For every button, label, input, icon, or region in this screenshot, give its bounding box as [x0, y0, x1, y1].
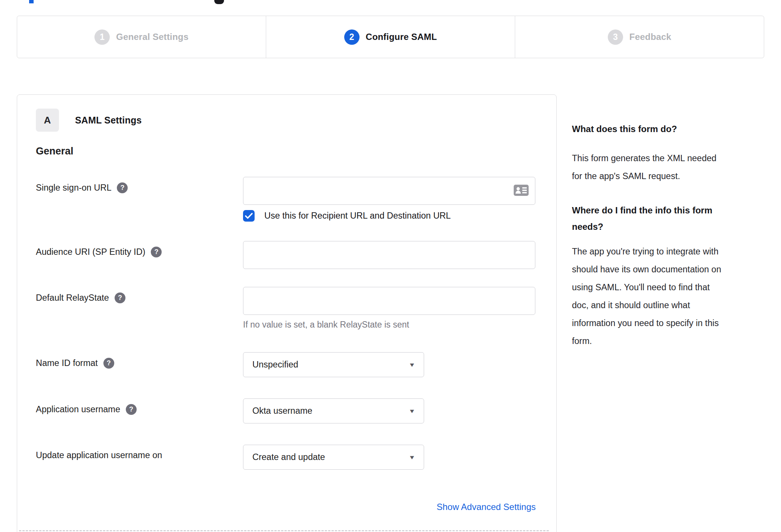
section-a-badge: A — [36, 109, 59, 132]
help-icon[interactable]: ? — [117, 182, 128, 193]
chevron-down-icon: ▼ — [408, 454, 416, 460]
application-username-label-wrap: Application username ? — [36, 398, 243, 415]
application-username-value: Okta username — [252, 406, 312, 416]
help-icon[interactable]: ? — [151, 247, 162, 257]
step-3-circle: 3 — [608, 29, 623, 45]
relay-state-helper-text: If no value is set, a blank RelayState i… — [243, 319, 536, 330]
audience-uri-row: Audience URI (SP Entity ID) ? — [36, 241, 536, 269]
relay-state-row: Default RelayState ? If no value is set,… — [36, 287, 536, 330]
audience-uri-input[interactable] — [243, 241, 535, 269]
name-id-format-select[interactable]: Unspecified ▼ — [243, 352, 424, 377]
section-dashed-divider — [19, 530, 549, 531]
step-3-label: Feedback — [629, 32, 671, 42]
recipient-url-checkbox[interactable] — [243, 210, 255, 222]
name-id-format-label-wrap: Name ID format ? — [36, 352, 243, 369]
wizard-stepper: 1 General Settings 2 Configure SAML 3 Fe… — [17, 16, 764, 58]
step-general-settings[interactable]: 1 General Settings — [17, 16, 266, 58]
application-username-select[interactable]: Okta username ▼ — [243, 398, 424, 423]
advanced-settings-row: Show Advanced Settings — [36, 502, 536, 512]
recipient-url-checkbox-row: Use this for Recipient URL and Destinati… — [243, 210, 536, 222]
sidebar-answer-1: This form generates the XML needed for t… — [572, 149, 759, 185]
help-icon[interactable]: ? — [126, 404, 137, 415]
sso-url-label-wrap: Single sign-on URL ? — [36, 177, 243, 193]
sidebar-question-2: Where do I find the info this form needs… — [572, 202, 759, 235]
help-icon[interactable]: ? — [103, 358, 114, 369]
name-id-format-row: Name ID format ? Unspecified ▼ — [36, 352, 536, 377]
name-id-format-label: Name ID format — [36, 358, 98, 368]
sidebar-question-1: What does this form do? — [572, 123, 759, 135]
chevron-down-icon: ▼ — [408, 362, 416, 368]
help-icon[interactable]: ? — [115, 292, 125, 303]
name-id-format-value: Unspecified — [252, 360, 298, 370]
relay-state-input[interactable] — [243, 287, 535, 315]
general-group-title: General — [36, 145, 536, 157]
section-title: SAML Settings — [75, 115, 142, 126]
chevron-down-icon: ▼ — [408, 408, 416, 414]
audience-uri-label-wrap: Audience URI (SP Entity ID) ? — [36, 241, 243, 257]
update-username-value: Create and update — [252, 452, 325, 462]
step-1-label: General Settings — [116, 32, 189, 42]
header-cutoff-icon-fragment — [214, 0, 224, 4]
update-username-label: Update application username on — [36, 450, 162, 460]
show-advanced-settings-link[interactable]: Show Advanced Settings — [436, 502, 536, 512]
saml-settings-card: A SAML Settings General Single sign-on U… — [17, 94, 557, 532]
saml-settings-header: A SAML Settings — [36, 109, 536, 132]
step-2-label: Configure SAML — [366, 32, 437, 42]
step-feedback[interactable]: 3 Feedback — [515, 16, 764, 58]
header-cutoff-accent-fragment — [29, 0, 34, 3]
application-username-row: Application username ? Okta username ▼ — [36, 398, 536, 423]
sidebar-answer-2: The app you're trying to integrate with … — [572, 242, 759, 350]
update-username-row: Update application username on Create an… — [36, 445, 536, 470]
sso-url-row: Single sign-on URL ? — [36, 177, 536, 222]
step-configure-saml[interactable]: 2 Configure SAML — [266, 16, 515, 58]
recipient-url-checkbox-label[interactable]: Use this for Recipient URL and Destinati… — [264, 211, 451, 221]
step-2-circle: 2 — [344, 29, 360, 45]
help-sidebar: What does this form do? This form genera… — [572, 123, 759, 350]
relay-state-label: Default RelayState — [36, 293, 109, 303]
sso-url-input[interactable] — [243, 177, 535, 205]
contact-card-autofill-icon[interactable] — [514, 185, 529, 197]
audience-uri-label: Audience URI (SP Entity ID) — [36, 247, 145, 257]
update-username-label-wrap: Update application username on — [36, 445, 243, 460]
step-1-circle: 1 — [94, 29, 110, 45]
sso-url-label: Single sign-on URL — [36, 183, 111, 193]
relay-state-label-wrap: Default RelayState ? — [36, 287, 243, 303]
application-username-label: Application username — [36, 404, 120, 414]
update-username-select[interactable]: Create and update ▼ — [243, 445, 424, 470]
